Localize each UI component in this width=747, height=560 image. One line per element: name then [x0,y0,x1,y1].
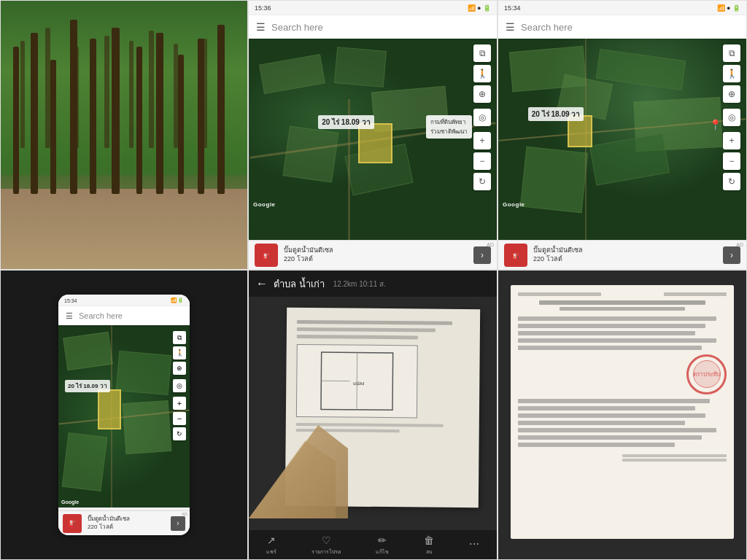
ad-banner: AD ⛽ ปั๊มดูดน้ำมันดีเซล 220 โวลต์ › [58,510,190,535]
field-patch [589,133,670,186]
status-icons: 📶🔋 [171,298,184,303]
ad-arrow-button[interactable]: › [723,246,740,264]
layers-button[interactable]: ⧉ [173,331,186,344]
hamburger-icon[interactable]: ☰ [256,21,266,33]
svg-text:⛽: ⛽ [263,252,270,260]
compass-button[interactable]: ⊕ [173,362,186,375]
tree [178,55,184,194]
highlighted-plot [98,389,121,429]
ad-icon: ⛽ [504,244,527,267]
zoom-in-button[interactable]: + [173,397,186,410]
search-input-placeholder[interactable]: Search here [521,22,739,33]
hamburger-icon[interactable]: ☰ [506,21,515,33]
land-title-cell: ← ตำบล น้ำเก่า 12.2km 10:11 ส. แปลง [248,270,498,560]
bottom-toolbar: ↗ แชร์ ♡ รายการโปรด ✏ แก้ไข 🗑 ลบ ⋯ [249,530,497,559]
doc-line [518,413,705,418]
search-bar[interactable]: ☰ Search here [249,15,497,39]
compass-button[interactable]: ⊕ [723,85,740,103]
street-view-button[interactable]: 🚶 [473,65,491,82]
doc-line [518,346,702,350]
doc-line [297,327,436,332]
share-button[interactable]: ↗ แชร์ [266,534,276,556]
field-patch [283,126,339,183]
status-bar: 15:36 📶 ● 🔋 [249,1,497,15]
favorite-button[interactable]: ♡ รายการโปรด [311,534,341,556]
delete-label: ลบ [426,548,432,556]
plot-label: 20 ไร่ 18.09 วา [528,107,584,121]
rotate-button[interactable]: ↻ [473,173,491,190]
edit-button[interactable]: ✏ แก้ไข [376,534,389,556]
document-photo-area: แปลง [249,297,497,530]
zoom-out-button[interactable]: − [473,152,491,170]
status-bar: 15:34 📶 ● 🔋 [498,1,746,15]
more-button[interactable]: ⋯ [469,538,479,551]
delete-button[interactable]: 🗑 ลบ [424,534,434,556]
share-label: แชร์ [266,548,276,556]
doc-line [518,443,675,447]
highlighted-plot [358,123,393,163]
street-view-button[interactable]: 🚶 [723,65,740,82]
search-bar[interactable]: ☰ Search here [58,306,190,325]
forest-background [1,1,247,269]
tree [50,60,56,194]
status-time: 15:34 [504,4,521,12]
hamburger-icon[interactable]: ☰ [66,311,73,321]
doc-line [518,338,716,343]
satellite-map: 20 ไร่ 18.09 วา กรมที่ดินพัทยา ร่วมชาติพ… [249,39,497,240]
google-logo: Google [253,201,276,208]
plot-svg: แปลง [297,345,417,417]
back-arrow-button[interactable]: ← [256,277,268,290]
stamp-area: ตราประทับ [518,354,727,394]
sig-line [622,459,727,462]
topbar-subtitle: 12.2km 10:11 ส. [333,279,386,289]
ad-line2: 220 โวลต์ [88,524,165,531]
gps-button[interactable]: ◎ [173,379,186,392]
satellite-background: 20 ไร่ 18.09 วา กรมที่ดินพัทยา ร่วมชาติพ… [249,39,497,240]
stamp-text: ตราประทับ [689,357,724,392]
search-input-placeholder[interactable]: Search here [79,311,182,320]
ad-line1: ปั๊มดูดน้ำมันดีเซล [533,246,717,255]
compass-button[interactable]: ⊕ [473,85,491,103]
field-patch [62,432,108,491]
ad-text: ปั๊มดูดน้ำมันดีเซล 220 โวลต์ [533,246,717,263]
signature-block [622,453,727,463]
doc-header-right [664,292,727,296]
rotate-button[interactable]: ↻ [173,427,186,440]
doc-line [296,429,400,432]
field-patch [259,54,325,95]
gps-button[interactable]: ◎ [723,109,740,126]
ad-banner: AD ⛽ ปั๊มดูดน้ำมันดีเซล 220 โวลต์ › [498,240,746,269]
gps-button[interactable]: ◎ [473,109,491,126]
tree [112,28,120,194]
doc-line [518,316,716,321]
doc-title-area [518,300,727,311]
zoom-in-button[interactable]: + [473,132,491,149]
zoom-in-button[interactable]: + [723,132,740,149]
forest-ground [1,189,247,269]
ad-line2: 220 โวลต์ [284,255,468,264]
delete-icon: 🗑 [424,534,434,546]
share-icon: ↗ [267,534,276,546]
tree [104,36,109,149]
ad-arrow-button[interactable]: › [171,516,185,531]
land-topbar: ← ตำบล น้ำเก่า 12.2km 10:11 ส. [249,271,497,297]
zoom-out-button[interactable]: − [723,152,740,170]
layers-button[interactable]: ⧉ [473,44,491,62]
document-paper: ตราประทับ [511,285,734,539]
doc-header-left [518,292,601,296]
tree [74,47,79,149]
map-controls: ⧉ 🚶 ⊕ ◎ + − ↻ [173,331,186,440]
field-patch [116,350,172,394]
zoom-out-button[interactable]: − [173,412,186,425]
tree [217,25,225,194]
search-bar[interactable]: ☰ Search here [498,15,746,39]
person-button[interactable]: 🚶 [173,346,186,359]
doc-line [518,406,695,411]
info-popup: กรมที่ดินพัทยา ร่วมชาติพัฒนา [426,115,472,139]
search-input-placeholder[interactable]: Search here [271,22,489,33]
doc-line [518,428,716,432]
map-controls: ⧉ 🚶 ⊕ ◎ + − ↻ [723,44,740,190]
ad-arrow-button[interactable]: › [473,246,491,264]
layers-button[interactable]: ⧉ [723,44,740,62]
rotate-button[interactable]: ↻ [723,173,740,190]
